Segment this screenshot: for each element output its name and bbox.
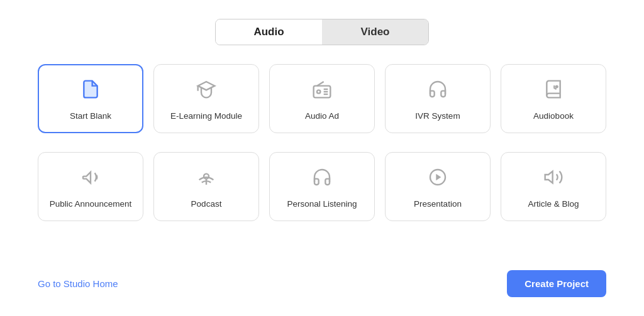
- card-grid-row1: Start Blank E-Learning Module Audio Ad: [38, 64, 606, 133]
- svg-point-5: [556, 86, 558, 88]
- create-project-button[interactable]: Create Project: [507, 270, 606, 297]
- card-elearning[interactable]: E-Learning Module: [153, 64, 259, 133]
- svg-marker-10: [545, 172, 553, 183]
- tab-audio[interactable]: Audio: [216, 19, 322, 45]
- graduation-icon: [196, 79, 216, 104]
- card-audio-ad[interactable]: Audio Ad: [269, 64, 375, 133]
- file-icon: [80, 79, 101, 104]
- book-audio-icon: [543, 79, 564, 104]
- card-grid-row2: Public Announcement Podcast Personal Lis…: [38, 152, 606, 221]
- card-start-blank-label: Start Blank: [70, 111, 111, 121]
- svg-marker-9: [436, 174, 441, 181]
- card-ivr[interactable]: IVR System: [385, 64, 491, 133]
- card-personal-listening[interactable]: Personal Listening: [269, 152, 375, 221]
- svg-point-1: [317, 90, 320, 93]
- card-podcast-label: Podcast: [191, 199, 222, 209]
- card-audiobook-label: Audiobook: [533, 111, 574, 121]
- card-personal-listening-label: Personal Listening: [287, 199, 357, 209]
- tab-bar: Audio Video: [215, 19, 429, 45]
- card-article-blog[interactable]: Article & Blog: [501, 152, 606, 221]
- megaphone-icon: [80, 167, 101, 192]
- card-elearning-label: E-Learning Module: [170, 111, 242, 121]
- play-circle-icon: [428, 167, 448, 192]
- card-presentation[interactable]: Presentation: [385, 152, 491, 221]
- card-public-announcement-label: Public Announcement: [50, 199, 132, 209]
- card-start-blank[interactable]: Start Blank: [38, 64, 143, 133]
- card-audio-ad-label: Audio Ad: [305, 111, 339, 121]
- card-article-blog-label: Article & Blog: [528, 199, 579, 209]
- go-home-link[interactable]: Go to Studio Home: [38, 278, 118, 289]
- card-presentation-label: Presentation: [414, 199, 462, 209]
- bottom-bar: Go to Studio Home Create Project: [38, 270, 606, 297]
- volume-icon: [543, 167, 564, 192]
- podcast-icon: [196, 167, 216, 192]
- card-public-announcement[interactable]: Public Announcement: [38, 152, 143, 221]
- radio-icon: [312, 79, 332, 104]
- card-audiobook[interactable]: Audiobook: [501, 64, 606, 133]
- headset-icon: [428, 79, 448, 104]
- card-ivr-label: IVR System: [415, 111, 460, 121]
- headphones-icon: [312, 167, 332, 192]
- card-podcast[interactable]: Podcast: [153, 152, 259, 221]
- tab-video[interactable]: Video: [322, 19, 428, 45]
